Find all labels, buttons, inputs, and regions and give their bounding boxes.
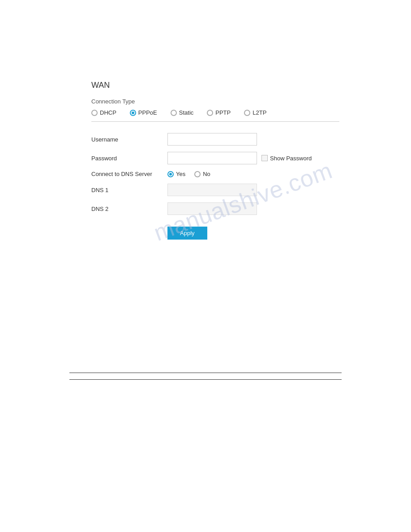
connection-type-radio-group: DHCP PPPoE Static PPTP L2TP [91,109,339,116]
connection-type-label: Connection Type [91,98,339,105]
section-title: WAN [91,81,339,90]
section-divider [91,121,339,122]
dns1-row: DNS 1 [91,180,339,199]
radio-static-label[interactable]: Static [179,109,194,116]
dns-radio-group: Yes No [167,171,339,177]
radio-dhcp-label[interactable]: DHCP [100,109,116,116]
password-row: Password Show Password [91,149,339,167]
radio-static[interactable] [171,110,177,116]
page-container: WAN Connection Type DHCP PPPoE Static PP… [0,0,411,532]
show-password-checkbox[interactable] [261,155,268,161]
content-area: WAN Connection Type DHCP PPPoE Static PP… [91,0,411,243]
bottom-line-1 [69,373,342,373]
form-table: Username Password Show Password [91,130,339,243]
dns-no-label[interactable]: No [203,171,210,177]
radio-dns-no[interactable] [194,171,201,177]
connect-dns-row: Connect to DNS Server Yes No [91,167,339,180]
radio-l2tp-label[interactable]: L2TP [253,109,266,116]
show-password-label[interactable]: Show Password [270,155,312,162]
password-label: Password [91,149,167,167]
bottom-divider-area [0,373,411,380]
username-row: Username [91,130,339,149]
username-label: Username [91,130,167,149]
username-input[interactable] [167,133,257,146]
password-input[interactable] [167,152,257,164]
radio-item-dhcp[interactable]: DHCP [91,109,116,116]
password-row-content: Show Password [167,152,339,164]
radio-dhcp[interactable] [91,110,98,116]
dns2-row: DNS 2 [91,199,339,218]
radio-item-static[interactable]: Static [171,109,194,116]
radio-item-pptp[interactable]: PPTP [207,109,231,116]
dns1-input[interactable] [167,184,257,196]
dns-yes-label[interactable]: Yes [176,171,185,177]
radio-l2tp[interactable] [244,110,250,116]
radio-pptp[interactable] [207,110,213,116]
show-password-group[interactable]: Show Password [261,155,312,162]
dns-no-item[interactable]: No [194,171,210,177]
dns2-label: DNS 2 [91,199,167,218]
radio-pptp-label[interactable]: PPTP [215,109,231,116]
dns1-label: DNS 1 [91,180,167,199]
radio-pppoe[interactable] [130,110,136,116]
apply-button[interactable]: Apply [167,227,207,240]
apply-row: Apply [91,218,339,243]
radio-dns-yes[interactable] [167,171,174,177]
radio-pppoe-label[interactable]: PPPoE [138,109,157,116]
dns-yes-item[interactable]: Yes [167,171,185,177]
dns2-input[interactable] [167,202,257,215]
radio-item-pppoe[interactable]: PPPoE [130,109,157,116]
bottom-line-2 [69,379,342,380]
radio-item-l2tp[interactable]: L2TP [244,109,266,116]
connect-dns-label: Connect to DNS Server [91,167,167,180]
